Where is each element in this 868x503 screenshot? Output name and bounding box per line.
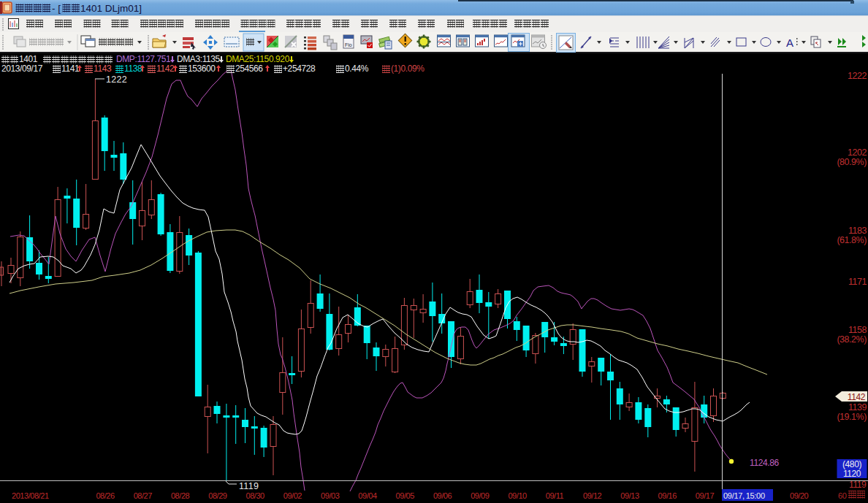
svg-text:1119: 1119 — [239, 481, 259, 491]
svg-text:1142: 1142 — [848, 392, 866, 402]
svg-text:09/11: 09/11 — [546, 491, 564, 500]
svg-text:A: A — [786, 37, 793, 49]
svg-text:1401 DLjm01]: 1401 DLjm01] — [80, 3, 142, 14]
svg-text:Fio: Fio — [345, 42, 352, 47]
svg-text:1222: 1222 — [106, 74, 127, 85]
svg-text:09/16: 09/16 — [658, 491, 677, 500]
svg-text:1120: 1120 — [843, 469, 861, 479]
svg-text:09/06: 09/06 — [433, 491, 452, 500]
svg-text:60: 60 — [838, 491, 847, 500]
svg-text:(80.9%): (80.9%) — [837, 157, 867, 167]
svg-text:08/29: 08/29 — [208, 491, 227, 500]
svg-text:09/17: 09/17 — [696, 491, 715, 500]
svg-text:153600: 153600 — [188, 64, 216, 74]
svg-text:1124.86: 1124.86 — [750, 458, 779, 468]
svg-text:(480): (480) — [842, 459, 861, 469]
svg-text:1143: 1143 — [94, 64, 112, 74]
svg-text:1183: 1183 — [848, 226, 867, 236]
svg-text:08/28: 08/28 — [171, 491, 190, 500]
svg-text:09/12: 09/12 — [583, 491, 602, 500]
svg-text:1141: 1141 — [61, 64, 80, 74]
svg-text:DMA25:1150.920: DMA25:1150.920 — [226, 54, 290, 64]
svg-text:1142: 1142 — [156, 64, 175, 74]
svg-text:254566: 254566 — [235, 64, 263, 74]
svg-text:1139: 1139 — [848, 402, 867, 412]
svg-text:0.44%: 0.44% — [345, 64, 369, 74]
svg-text:08/30: 08/30 — [246, 491, 265, 500]
svg-text:09/04: 09/04 — [358, 491, 377, 500]
svg-text:1158: 1158 — [848, 325, 867, 335]
svg-text:1119: 1119 — [849, 480, 867, 490]
svg-text:(1)0.09%: (1)0.09% — [391, 64, 425, 74]
svg-text:(38.2%): (38.2%) — [837, 334, 867, 345]
svg-text:09/17, 15:00: 09/17, 15:00 — [723, 491, 765, 500]
svg-text:1138: 1138 — [124, 64, 142, 74]
svg-text:(19.1%): (19.1%) — [837, 412, 867, 422]
svg-text:08/26: 08/26 — [96, 491, 115, 500]
svg-text:DMA3:1135: DMA3:1135 — [177, 54, 221, 64]
svg-text:09/05: 09/05 — [396, 491, 415, 500]
svg-text:1401: 1401 — [19, 54, 38, 64]
svg-text:09/02: 09/02 — [283, 491, 302, 500]
svg-text:09/13: 09/13 — [620, 491, 639, 500]
svg-text:DMP:1127.751: DMP:1127.751 — [116, 54, 171, 64]
svg-text:09/09: 09/09 — [471, 491, 490, 500]
svg-text:1222: 1222 — [848, 71, 867, 81]
svg-text:09/03: 09/03 — [321, 491, 340, 500]
svg-text:- [: - [ — [52, 3, 61, 14]
svg-text:08/27: 08/27 — [134, 491, 153, 500]
svg-text:1171: 1171 — [848, 277, 867, 287]
svg-text:2013/09/17: 2013/09/17 — [1, 64, 43, 74]
svg-text:09/10: 09/10 — [508, 491, 527, 500]
svg-text:(61.8%): (61.8%) — [837, 235, 867, 245]
svg-text:2013/08/21: 2013/08/21 — [12, 491, 49, 500]
svg-text:1202: 1202 — [848, 147, 867, 158]
svg-text:09/20: 09/20 — [790, 491, 809, 500]
svg-text:+254728: +254728 — [283, 64, 316, 74]
